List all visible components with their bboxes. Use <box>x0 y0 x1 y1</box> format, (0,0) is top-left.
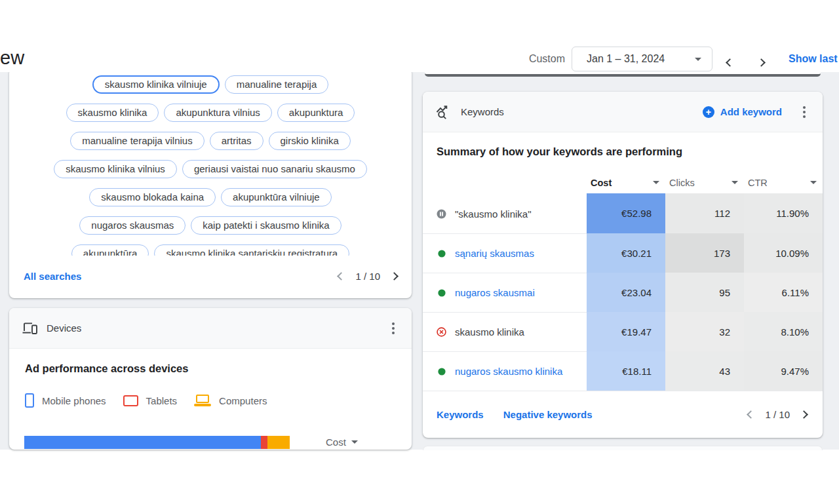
legend-item: Mobile phones <box>25 393 106 408</box>
page-previous-icon[interactable] <box>338 272 346 281</box>
status-removed-icon <box>437 327 446 337</box>
search-term-pill[interactable]: akupunktūra <box>71 244 149 256</box>
kebab-menu-icon[interactable] <box>388 319 399 338</box>
keywords-card-header: Keywords + Add keyword <box>423 92 823 132</box>
keyword-table-row: skausmo klinika€19.47328.10% <box>423 312 823 351</box>
devices-icon <box>22 322 37 335</box>
search-term-pill[interactable]: manualine terapija vilnius <box>70 132 204 150</box>
ctr-cell: 10.09% <box>744 233 823 273</box>
ctr-cell: 6.11% <box>744 273 823 313</box>
phone-icon <box>25 393 34 408</box>
status-enabled-icon <box>437 368 446 376</box>
devices-card: Devices Ad performance across devices Mo… <box>9 308 412 450</box>
keyword-cell: nugaros skausmai <box>423 273 587 312</box>
status-paused-icon <box>437 209 446 219</box>
cut-off-card-above <box>425 72 821 77</box>
clicks-cell: 32 <box>665 312 744 352</box>
keyword-cell: nugaros skausmo klinika <box>423 352 587 391</box>
keywords-pagination: 1 / 10 <box>748 409 807 420</box>
devices-card-title: Devices <box>47 322 81 334</box>
cost-cell: €52.98 <box>587 193 665 233</box>
add-keyword-button[interactable]: + Add keyword <box>703 106 782 118</box>
next-period-button[interactable] <box>756 54 767 71</box>
search-term-pill[interactable]: skausmo klinika santariskiu registratura <box>154 244 349 256</box>
ctr-cell: 11.90% <box>744 193 823 233</box>
kebab-menu-icon[interactable] <box>799 102 810 122</box>
search-term-pill[interactable]: akupunktūra vilniuje <box>221 188 332 206</box>
laptop-icon <box>194 395 211 407</box>
keywords-table: "skausmo klinika"€52.9811211.90%sąnarių … <box>423 194 823 391</box>
keywords-tab-link[interactable]: Keywords <box>437 409 484 420</box>
top-header: ew Custom Jan 1 – 31, 2024 Show last <box>0 0 839 72</box>
keywords-summary-heading: Summary of how your keywords are perform… <box>437 145 682 158</box>
date-range-type-label: Custom <box>511 53 565 65</box>
keyword-text[interactable]: nugaros skausmo klinika <box>455 366 562 377</box>
ctr-cell: 8.10% <box>744 312 823 352</box>
search-term-pill[interactable]: manualine terapija <box>225 75 329 94</box>
search-term-pill[interactable]: akupunktura vilnius <box>164 104 271 122</box>
keyword-text[interactable]: sąnarių skausmas <box>455 248 534 259</box>
search-term-pill[interactable]: geriausi vaistai nuo sanariu skausmo <box>182 160 367 178</box>
column-header-ctr[interactable]: CTR <box>744 172 823 194</box>
devices-legend: Mobile phonesTabletsComputers <box>25 393 267 408</box>
clicks-cell: 95 <box>665 273 744 313</box>
keywords-card-title: Keywords <box>461 106 504 117</box>
chevron-down-icon <box>732 181 738 184</box>
keyword-table-row: nugaros skausmo klinika€18.11439.47% <box>423 351 823 391</box>
keyword-table-row: nugaros skausmai€23.04956.11% <box>423 273 823 312</box>
search-term-pill[interactable]: kaip patekti i skausmo klinika <box>191 216 341 235</box>
keyword-text: skausmo klinika <box>455 326 524 338</box>
keyword-cell: "skausmo klinika" <box>423 194 587 233</box>
keyword-text[interactable]: nugaros skausmai <box>455 287 535 298</box>
search-term-pill[interactable]: girskio klinika <box>269 132 351 150</box>
negative-keywords-tab-link[interactable]: Negative keywords <box>503 409 593 420</box>
date-range-selector[interactable]: Jan 1 – 31, 2024 <box>572 47 712 71</box>
previous-period-button[interactable] <box>724 54 735 71</box>
date-range-value: Jan 1 – 31, 2024 <box>587 53 665 65</box>
cut-off-card-below <box>423 446 823 450</box>
devices-stacked-bar <box>24 436 290 449</box>
devices-metric-selector[interactable]: Cost <box>326 436 358 448</box>
keyword-table-row: sąnarių skausmas€30.2117310.09% <box>423 233 823 273</box>
search-pills: skausmo klinika vilniujemanualine terapi… <box>9 68 412 256</box>
chevron-down-icon <box>810 181 817 184</box>
search-term-pill[interactable]: akupunktura <box>277 104 355 122</box>
page-count: 1 / 10 <box>355 271 380 282</box>
plus-icon: + <box>703 106 714 118</box>
bar-segment-tablets <box>261 436 267 449</box>
search-term-pill[interactable]: skausmo klinika vilnius <box>54 160 177 178</box>
search-term-pill[interactable]: skausmo klinika <box>66 104 159 122</box>
page: ew Custom Jan 1 – 31, 2024 Show last ska… <box>0 0 839 504</box>
chevron-down-icon <box>695 58 701 61</box>
chevron-down-icon <box>351 440 358 444</box>
legend-label: Computers <box>219 395 267 406</box>
legend-item: Tablets <box>123 395 178 406</box>
keywords-icon <box>436 105 452 119</box>
keywords-card-footer: Keywords Negative keywords 1 / 10 <box>423 391 823 438</box>
tablet-icon <box>123 395 138 406</box>
clicks-cell: 173 <box>665 233 744 273</box>
devices-heading: Ad performance across devices <box>25 362 188 375</box>
searches-pagination: 1 / 10 <box>338 271 397 282</box>
column-header-clicks[interactable]: Clicks <box>665 172 744 194</box>
all-searches-link[interactable]: All searches <box>24 271 81 282</box>
search-term-pill[interactable]: nugaros skausmas <box>79 216 185 235</box>
search-term-pill[interactable]: artritas <box>210 132 263 150</box>
page-next-icon[interactable] <box>800 410 808 419</box>
status-enabled-icon <box>437 289 446 297</box>
ctr-cell: 9.47% <box>744 351 823 391</box>
page-title: ew <box>0 47 24 69</box>
keywords-column-headers: Cost Clicks CTR <box>587 172 823 194</box>
searches-card-footer: All searches 1 / 10 <box>24 263 397 289</box>
cost-cell: €30.21 <box>587 233 665 273</box>
keywords-card: Keywords + Add keyword Summary of how yo… <box>423 92 823 438</box>
column-header-cost[interactable]: Cost <box>587 172 665 194</box>
page-count: 1 / 10 <box>765 409 790 420</box>
add-keyword-label: Add keyword <box>720 106 782 117</box>
search-term-pill[interactable]: skausmo blokada kaina <box>89 188 216 206</box>
page-previous-icon[interactable] <box>747 410 756 419</box>
clicks-cell: 43 <box>665 351 744 391</box>
show-last-link[interactable]: Show last <box>789 53 838 65</box>
page-next-icon[interactable] <box>390 272 399 281</box>
search-term-pill[interactable]: skausmo klinika vilniuje <box>92 75 220 94</box>
